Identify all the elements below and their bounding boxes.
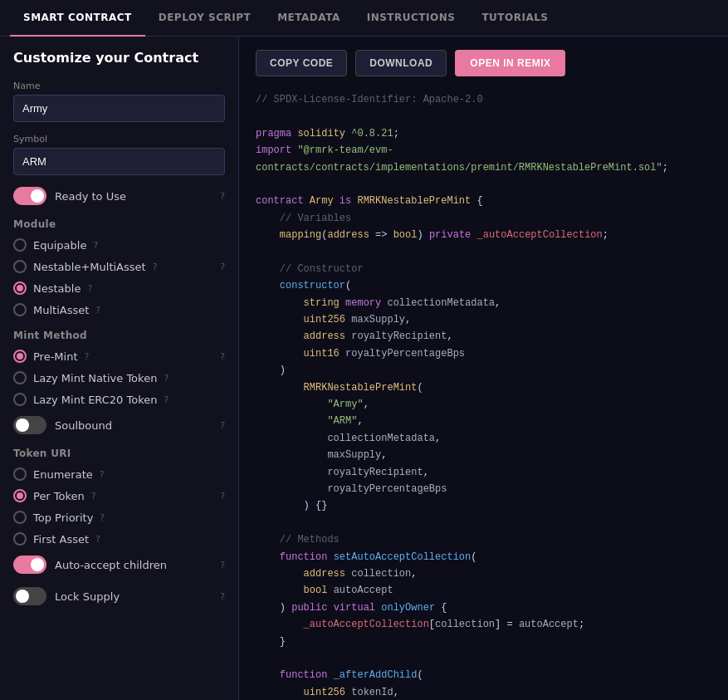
tab-instructions[interactable]: INSTRUCTIONS (354, 0, 469, 37)
right-panel: COPY CODE DOWNLOAD OPEN IN REMIX // SPDX… (239, 37, 728, 700)
radio-nestable[interactable] (13, 281, 27, 295)
lock-supply-label: Lock Supply (55, 590, 120, 603)
option-lazy-mint-erc20: Lazy Mint ERC20 Token ? (13, 393, 225, 406)
soulbound-toggle[interactable] (13, 416, 46, 434)
premint-label: Pre-Mint (33, 350, 78, 363)
copy-code-button[interactable]: COPY CODE (256, 50, 347, 76)
lazy-mint-native-help-icon[interactable]: ? (164, 373, 169, 384)
symbol-label: Symbol (13, 134, 225, 144)
name-input[interactable] (13, 95, 225, 122)
radio-lazy-mint-native[interactable] (13, 371, 27, 384)
download-button[interactable]: DOWNLOAD (355, 50, 447, 76)
equipable-help-icon[interactable]: ? (93, 240, 98, 251)
tab-tutorials[interactable]: TUTORIALS (468, 0, 561, 37)
token-uri-section-title: Token URI (13, 448, 225, 459)
radio-nestable-multiasset[interactable] (13, 260, 27, 273)
option-enumerate: Enumerate ? (13, 467, 225, 481)
name-field-group: Name (13, 81, 225, 122)
option-equipable: Equipable ? (13, 238, 225, 252)
per-token-label: Per Token (33, 490, 85, 502)
radio-lazy-mint-erc20[interactable] (13, 393, 27, 406)
soulbound-row: Soulbound ? (13, 416, 225, 434)
top-priority-label: Top Priority (33, 512, 93, 524)
auto-accept-label: Auto-accept children (55, 559, 167, 571)
lazy-mint-native-label: Lazy Mint Native Token (33, 372, 157, 384)
auto-accept-row: Auto-accept children ? (13, 556, 225, 574)
symbol-field-group: Symbol (13, 134, 225, 175)
per-token-right-help[interactable]: ? (220, 491, 225, 502)
premint-right-help[interactable]: ? (220, 351, 225, 362)
radio-equipable[interactable] (13, 238, 27, 252)
auto-accept-help-icon[interactable]: ? (220, 560, 225, 570)
option-lazy-mint-native: Lazy Mint Native Token ? (13, 371, 225, 384)
panel-title: Customize your Contract (13, 50, 225, 66)
tab-deploy-script[interactable]: DEPLOY SCRIPT (145, 0, 264, 37)
tab-smart-contract[interactable]: SMART CONTRACT (10, 0, 145, 37)
radio-top-priority[interactable] (13, 511, 27, 524)
lock-supply-help-icon[interactable]: ? (220, 591, 225, 602)
nestable-label: Nestable (33, 282, 81, 295)
name-label: Name (13, 81, 225, 91)
symbol-input[interactable] (13, 148, 225, 175)
top-navigation: SMART CONTRACT DEPLOY SCRIPT METADATA IN… (0, 0, 728, 37)
multiasset-label: MultiAsset (33, 304, 89, 316)
radio-multiasset[interactable] (13, 303, 27, 316)
per-token-help-icon[interactable]: ? (91, 491, 96, 502)
lazy-mint-erc20-label: Lazy Mint ERC20 Token (33, 394, 158, 406)
mint-method-section-title: Mint Method (13, 330, 225, 341)
tab-metadata[interactable]: METADATA (264, 0, 354, 37)
option-premint: Pre-Mint ? ? (13, 350, 225, 363)
auto-accept-toggle[interactable] (13, 556, 46, 574)
radio-first-asset[interactable] (13, 532, 27, 546)
option-per-token: Per Token ? ? (13, 489, 225, 502)
radio-enumerate[interactable] (13, 467, 27, 481)
top-priority-help-icon[interactable]: ? (100, 512, 105, 523)
lock-supply-toggle[interactable] (13, 587, 46, 605)
first-asset-label: First Asset (33, 533, 89, 546)
lazy-mint-erc20-help-icon[interactable]: ? (164, 394, 169, 405)
nestable-help-icon[interactable]: ? (87, 283, 92, 294)
option-multiasset: MultiAsset ? (13, 303, 225, 316)
premint-help-icon[interactable]: ? (85, 351, 90, 362)
radio-premint[interactable] (13, 350, 27, 363)
ready-to-use-row: Ready to Use ? (13, 187, 225, 205)
radio-per-token[interactable] (13, 489, 27, 502)
ready-to-use-toggle[interactable] (13, 187, 46, 205)
option-first-asset: First Asset ? (13, 532, 225, 546)
left-panel: Customize your Contract Name Symbol Read… (0, 37, 239, 700)
first-asset-help-icon[interactable]: ? (95, 534, 100, 545)
code-block: // SPDX-License-Identifier: Apache-2.0 p… (256, 91, 711, 700)
module-section-title: Module (13, 218, 225, 230)
ready-to-use-help-icon[interactable]: ? (220, 191, 225, 202)
soulbound-label: Soulbound (55, 419, 112, 432)
main-layout: Customize your Contract Name Symbol Read… (0, 37, 728, 700)
enumerate-label: Enumerate (33, 468, 93, 481)
equipable-label: Equipable (33, 239, 86, 252)
option-nestable: Nestable ? (13, 281, 225, 295)
multiasset-help-icon[interactable]: ? (95, 305, 100, 316)
option-nestable-multiasset: Nestable+MultiAsset ? ? (13, 260, 225, 273)
option-top-priority: Top Priority ? (13, 511, 225, 524)
ready-to-use-label: Ready to Use (55, 190, 126, 203)
open-in-remix-button[interactable]: OPEN IN REMIX (455, 50, 565, 76)
action-bar: COPY CODE DOWNLOAD OPEN IN REMIX (256, 50, 711, 76)
nestable-multiasset-help-icon[interactable]: ? (153, 262, 158, 272)
nestable-multiasset-label: Nestable+MultiAsset (33, 261, 146, 273)
nestable-multiasset-right-help[interactable]: ? (220, 262, 225, 272)
lock-supply-row: Lock Supply ? (13, 587, 225, 605)
soulbound-help-icon[interactable]: ? (220, 420, 225, 431)
enumerate-help-icon[interactable]: ? (100, 469, 105, 480)
